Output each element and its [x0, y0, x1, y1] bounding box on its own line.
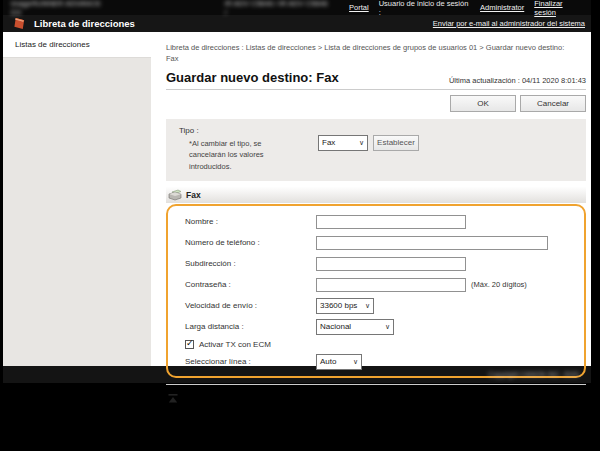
subaddress-label: Subdirección :: [185, 259, 316, 268]
type-select[interactable]: Fax ∨: [318, 135, 368, 151]
main-area: Listas de direcciones Libreta de direcci…: [3, 32, 591, 366]
chevron-down-icon: ∨: [359, 139, 364, 147]
remote-ui-page: imageRUNNER ADVANCE DX iR ADV C5646 / iR…: [3, 0, 591, 383]
bottom-divider: [166, 384, 586, 385]
password-input[interactable]: [316, 278, 466, 292]
password-row: Contraseña : (Máx. 20 dígitos): [168, 274, 584, 295]
send-speed-select[interactable]: 33600 bps ∨: [316, 298, 374, 314]
portal-link[interactable]: Portal: [349, 3, 369, 12]
copyright-text: Copyright CANON INC. 2020: [488, 371, 579, 378]
type-change-note: *Al cambiar el tipo, se cancelarán los v…: [189, 138, 281, 173]
fax-section-header: Fax: [166, 187, 586, 203]
send-speed-label: Velocidad de envío :: [185, 301, 316, 310]
ecm-label: Activar TX con ECM: [199, 340, 271, 349]
content-area: Libreta de direcciones : Listas de direc…: [151, 32, 591, 366]
check-icon: ✓: [186, 338, 194, 348]
password-max-note: (Máx. 20 dígitos): [471, 280, 527, 289]
sidebar-item-label: Listas de direcciones: [15, 40, 90, 49]
send-speed-row: Velocidad de envío : 33600 bps ∨: [168, 295, 584, 316]
email-admin-link[interactable]: Enviar por e-mail al administrador del s…: [433, 19, 585, 28]
password-label: Contraseña :: [185, 280, 316, 289]
fax-section-title: Fax: [186, 190, 201, 200]
phone-input[interactable]: [316, 236, 548, 250]
select-line-select[interactable]: Auto ∨: [316, 354, 362, 370]
ecm-row: ✓ Activar TX con ECM: [168, 337, 584, 351]
subaddress-input[interactable]: [316, 257, 466, 271]
app-title: Libreta de direcciones: [34, 18, 135, 29]
breadcrumb-link-user-group-list[interactable]: Lista de direcciones de grupos de usuari…: [324, 43, 477, 52]
type-label: Tipo :: [179, 126, 318, 135]
name-input[interactable]: [316, 215, 466, 229]
device-model-text: imageRUNNER ADVANCE DX: [11, 0, 111, 17]
fax-icon: [168, 189, 182, 201]
cancel-button[interactable]: Cancelar: [520, 95, 586, 112]
fax-form: Nombre : Número de teléfono : Subdirecci…: [166, 204, 586, 378]
breadcrumb-separator: >: [316, 43, 325, 52]
long-distance-value: Nacional: [320, 322, 351, 331]
subaddress-row: Subdirección :: [168, 253, 584, 274]
name-label: Nombre :: [185, 217, 316, 226]
sidebar-item-address-lists[interactable]: Listas de direcciones: [3, 32, 151, 58]
phone-row: Número de teléfono :: [168, 232, 584, 253]
last-updated-text: Última actualización : 04/11 2020 8:01:4…: [449, 76, 586, 85]
send-speed-value: 33600 bps: [320, 301, 357, 310]
chevron-down-icon: ∨: [365, 302, 370, 310]
phone-label: Número de teléfono :: [185, 238, 316, 247]
long-distance-row: Larga distancia : Nacional ∨: [168, 316, 584, 337]
app-bar: Libreta de direcciones Enviar por e-mail…: [3, 15, 591, 32]
set-type-button[interactable]: Establecer: [373, 135, 419, 151]
breadcrumb-link-address-book[interactable]: Libreta de direcciones: [166, 43, 239, 52]
long-distance-select[interactable]: Nacional ∨: [316, 319, 394, 335]
login-user-label: Usuario de inicio de sesión :: [379, 0, 470, 17]
breadcrumb-separator: >: [477, 43, 486, 52]
select-line-row: Seleccionar línea : Auto ∨: [168, 351, 584, 372]
ok-button[interactable]: OK: [450, 95, 516, 112]
name-row: Nombre :: [168, 211, 584, 232]
select-line-value: Auto: [320, 357, 336, 366]
type-select-value: Fax: [322, 138, 335, 147]
type-section: Tipo : *Al cambiar el tipo, se cancelará…: [166, 119, 586, 182]
logout-link[interactable]: Finalizar sesión: [534, 0, 585, 17]
device-name-text: iR ADV C5646 / iR ADV C5646 /: [225, 0, 329, 17]
top-bar: imageRUNNER ADVANCE DX iR ADV C5646 / iR…: [3, 0, 591, 15]
page-title: Guardar nuevo destino: Fax: [166, 70, 339, 85]
sidebar: Listas de direcciones: [3, 32, 151, 366]
address-book-icon: [13, 17, 26, 30]
chevron-down-icon: ∨: [353, 358, 358, 366]
back-to-top-icon[interactable]: [168, 389, 178, 407]
long-distance-label: Larga distancia :: [185, 322, 316, 331]
login-user-link[interactable]: Administrator: [480, 3, 524, 12]
title-divider: [166, 89, 586, 90]
chevron-down-icon: ∨: [385, 323, 390, 331]
select-line-label: Seleccionar línea :: [185, 357, 316, 366]
breadcrumb-link-address-lists[interactable]: Listas de direcciones: [246, 43, 316, 52]
breadcrumb: Libreta de direcciones : Listas de direc…: [166, 42, 568, 65]
ecm-checkbox[interactable]: ✓: [185, 340, 194, 349]
